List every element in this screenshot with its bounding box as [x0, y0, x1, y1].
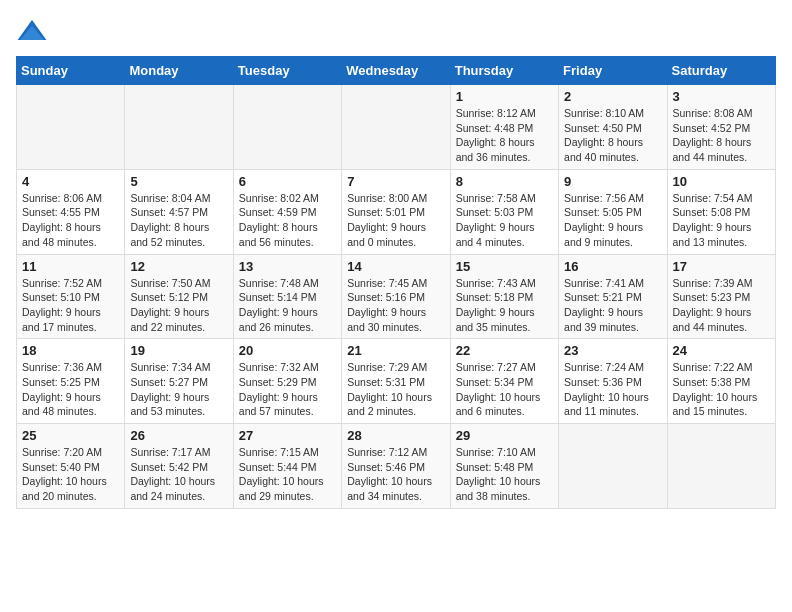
- day-number: 13: [239, 259, 336, 274]
- day-number: 23: [564, 343, 661, 358]
- day-number: 2: [564, 89, 661, 104]
- calendar-cell: 22Sunrise: 7:27 AMSunset: 5:34 PMDayligh…: [450, 339, 558, 424]
- calendar-cell: 3Sunrise: 8:08 AMSunset: 4:52 PMDaylight…: [667, 85, 775, 170]
- calendar-cell: 17Sunrise: 7:39 AMSunset: 5:23 PMDayligh…: [667, 254, 775, 339]
- day-number: 12: [130, 259, 227, 274]
- calendar-cell: 11Sunrise: 7:52 AMSunset: 5:10 PMDayligh…: [17, 254, 125, 339]
- calendar-cell: 1Sunrise: 8:12 AMSunset: 4:48 PMDaylight…: [450, 85, 558, 170]
- calendar-cell: 2Sunrise: 8:10 AMSunset: 4:50 PMDaylight…: [559, 85, 667, 170]
- day-number: 20: [239, 343, 336, 358]
- weekday-row: SundayMondayTuesdayWednesdayThursdayFrid…: [17, 57, 776, 85]
- day-number: 5: [130, 174, 227, 189]
- day-number: 4: [22, 174, 119, 189]
- calendar-cell: 18Sunrise: 7:36 AMSunset: 5:25 PMDayligh…: [17, 339, 125, 424]
- day-info: Sunrise: 7:39 AMSunset: 5:23 PMDaylight:…: [673, 276, 770, 335]
- weekday-header-sunday: Sunday: [17, 57, 125, 85]
- day-info: Sunrise: 8:12 AMSunset: 4:48 PMDaylight:…: [456, 106, 553, 165]
- day-info: Sunrise: 7:12 AMSunset: 5:46 PMDaylight:…: [347, 445, 444, 504]
- calendar-cell: [233, 85, 341, 170]
- calendar-cell: 20Sunrise: 7:32 AMSunset: 5:29 PMDayligh…: [233, 339, 341, 424]
- week-row: 4Sunrise: 8:06 AMSunset: 4:55 PMDaylight…: [17, 169, 776, 254]
- calendar-cell: 8Sunrise: 7:58 AMSunset: 5:03 PMDaylight…: [450, 169, 558, 254]
- day-info: Sunrise: 8:00 AMSunset: 5:01 PMDaylight:…: [347, 191, 444, 250]
- day-info: Sunrise: 7:45 AMSunset: 5:16 PMDaylight:…: [347, 276, 444, 335]
- calendar-cell: [342, 85, 450, 170]
- calendar-cell: 7Sunrise: 8:00 AMSunset: 5:01 PMDaylight…: [342, 169, 450, 254]
- calendar-cell: [125, 85, 233, 170]
- weekday-header-thursday: Thursday: [450, 57, 558, 85]
- calendar-cell: 16Sunrise: 7:41 AMSunset: 5:21 PMDayligh…: [559, 254, 667, 339]
- day-info: Sunrise: 7:10 AMSunset: 5:48 PMDaylight:…: [456, 445, 553, 504]
- day-number: 29: [456, 428, 553, 443]
- day-info: Sunrise: 7:52 AMSunset: 5:10 PMDaylight:…: [22, 276, 119, 335]
- calendar-cell: [17, 85, 125, 170]
- weekday-header-monday: Monday: [125, 57, 233, 85]
- day-number: 28: [347, 428, 444, 443]
- calendar-cell: 12Sunrise: 7:50 AMSunset: 5:12 PMDayligh…: [125, 254, 233, 339]
- calendar-cell: 4Sunrise: 8:06 AMSunset: 4:55 PMDaylight…: [17, 169, 125, 254]
- day-number: 15: [456, 259, 553, 274]
- day-number: 25: [22, 428, 119, 443]
- day-number: 22: [456, 343, 553, 358]
- day-info: Sunrise: 8:02 AMSunset: 4:59 PMDaylight:…: [239, 191, 336, 250]
- calendar-cell: [559, 424, 667, 509]
- weekday-header-wednesday: Wednesday: [342, 57, 450, 85]
- calendar-table: SundayMondayTuesdayWednesdayThursdayFrid…: [16, 56, 776, 509]
- day-info: Sunrise: 8:04 AMSunset: 4:57 PMDaylight:…: [130, 191, 227, 250]
- day-number: 9: [564, 174, 661, 189]
- calendar-cell: 29Sunrise: 7:10 AMSunset: 5:48 PMDayligh…: [450, 424, 558, 509]
- calendar-cell: 9Sunrise: 7:56 AMSunset: 5:05 PMDaylight…: [559, 169, 667, 254]
- weekday-header-saturday: Saturday: [667, 57, 775, 85]
- day-info: Sunrise: 7:50 AMSunset: 5:12 PMDaylight:…: [130, 276, 227, 335]
- week-row: 1Sunrise: 8:12 AMSunset: 4:48 PMDaylight…: [17, 85, 776, 170]
- day-info: Sunrise: 8:08 AMSunset: 4:52 PMDaylight:…: [673, 106, 770, 165]
- day-info: Sunrise: 7:27 AMSunset: 5:34 PMDaylight:…: [456, 360, 553, 419]
- day-number: 19: [130, 343, 227, 358]
- day-number: 7: [347, 174, 444, 189]
- day-number: 14: [347, 259, 444, 274]
- day-number: 3: [673, 89, 770, 104]
- day-number: 8: [456, 174, 553, 189]
- day-info: Sunrise: 7:22 AMSunset: 5:38 PMDaylight:…: [673, 360, 770, 419]
- day-number: 27: [239, 428, 336, 443]
- calendar-cell: 27Sunrise: 7:15 AMSunset: 5:44 PMDayligh…: [233, 424, 341, 509]
- day-info: Sunrise: 7:56 AMSunset: 5:05 PMDaylight:…: [564, 191, 661, 250]
- day-info: Sunrise: 7:54 AMSunset: 5:08 PMDaylight:…: [673, 191, 770, 250]
- calendar-cell: 26Sunrise: 7:17 AMSunset: 5:42 PMDayligh…: [125, 424, 233, 509]
- calendar-cell: [667, 424, 775, 509]
- day-info: Sunrise: 7:15 AMSunset: 5:44 PMDaylight:…: [239, 445, 336, 504]
- day-info: Sunrise: 8:10 AMSunset: 4:50 PMDaylight:…: [564, 106, 661, 165]
- day-number: 6: [239, 174, 336, 189]
- day-number: 18: [22, 343, 119, 358]
- calendar-cell: 28Sunrise: 7:12 AMSunset: 5:46 PMDayligh…: [342, 424, 450, 509]
- day-number: 17: [673, 259, 770, 274]
- day-number: 26: [130, 428, 227, 443]
- calendar-cell: 21Sunrise: 7:29 AMSunset: 5:31 PMDayligh…: [342, 339, 450, 424]
- calendar-cell: 10Sunrise: 7:54 AMSunset: 5:08 PMDayligh…: [667, 169, 775, 254]
- day-info: Sunrise: 7:48 AMSunset: 5:14 PMDaylight:…: [239, 276, 336, 335]
- calendar-cell: 19Sunrise: 7:34 AMSunset: 5:27 PMDayligh…: [125, 339, 233, 424]
- calendar-cell: 24Sunrise: 7:22 AMSunset: 5:38 PMDayligh…: [667, 339, 775, 424]
- weekday-header-tuesday: Tuesday: [233, 57, 341, 85]
- calendar-cell: 25Sunrise: 7:20 AMSunset: 5:40 PMDayligh…: [17, 424, 125, 509]
- logo: [16, 16, 52, 48]
- calendar-cell: 5Sunrise: 8:04 AMSunset: 4:57 PMDaylight…: [125, 169, 233, 254]
- day-info: Sunrise: 8:06 AMSunset: 4:55 PMDaylight:…: [22, 191, 119, 250]
- day-number: 24: [673, 343, 770, 358]
- day-number: 11: [22, 259, 119, 274]
- calendar-cell: 6Sunrise: 8:02 AMSunset: 4:59 PMDaylight…: [233, 169, 341, 254]
- week-row: 11Sunrise: 7:52 AMSunset: 5:10 PMDayligh…: [17, 254, 776, 339]
- day-number: 1: [456, 89, 553, 104]
- day-number: 16: [564, 259, 661, 274]
- calendar-header: SundayMondayTuesdayWednesdayThursdayFrid…: [17, 57, 776, 85]
- day-info: Sunrise: 7:20 AMSunset: 5:40 PMDaylight:…: [22, 445, 119, 504]
- calendar-cell: 13Sunrise: 7:48 AMSunset: 5:14 PMDayligh…: [233, 254, 341, 339]
- logo-icon: [16, 16, 48, 48]
- day-number: 10: [673, 174, 770, 189]
- day-info: Sunrise: 7:36 AMSunset: 5:25 PMDaylight:…: [22, 360, 119, 419]
- day-info: Sunrise: 7:32 AMSunset: 5:29 PMDaylight:…: [239, 360, 336, 419]
- day-number: 21: [347, 343, 444, 358]
- day-info: Sunrise: 7:34 AMSunset: 5:27 PMDaylight:…: [130, 360, 227, 419]
- calendar-cell: 23Sunrise: 7:24 AMSunset: 5:36 PMDayligh…: [559, 339, 667, 424]
- day-info: Sunrise: 7:58 AMSunset: 5:03 PMDaylight:…: [456, 191, 553, 250]
